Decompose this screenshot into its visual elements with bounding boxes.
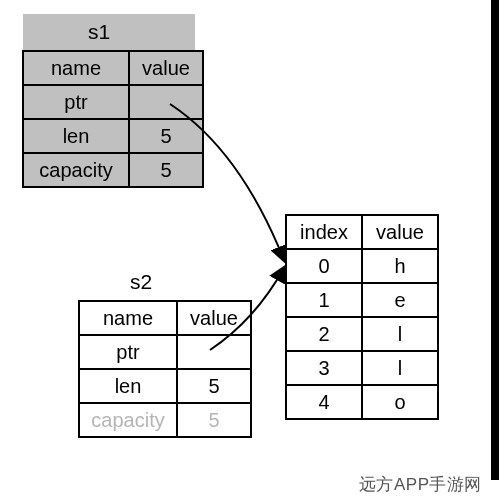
heap-idx-2: 2 (286, 317, 362, 351)
table-row: 3 l (286, 351, 438, 385)
frame-edge-right (491, 0, 499, 480)
table-row: len 5 (23, 119, 203, 153)
s1-table: name value ptr len 5 capacity 5 (22, 50, 204, 188)
s1-ptr-name: ptr (23, 85, 129, 119)
table-row: len 5 (79, 369, 251, 403)
s1-len-value: 5 (129, 119, 203, 153)
s2-header-row: name value (79, 301, 251, 335)
heap-idx-4: 4 (286, 385, 362, 419)
heap-val-1: e (362, 283, 438, 317)
heap-table: index value 0 h 1 e 2 l 3 l 4 o (285, 214, 439, 420)
s1-len-name: len (23, 119, 129, 153)
s1-title: s1 (88, 20, 110, 44)
heap-header-value: value (362, 215, 438, 249)
heap-header-index: index (286, 215, 362, 249)
table-row: capacity 5 (23, 153, 203, 187)
watermark-text: 远方APP手游网 (359, 473, 482, 496)
s1-header-row: name value (23, 51, 203, 85)
s2-cap-name: capacity (79, 403, 177, 437)
s2-len-value: 5 (177, 369, 251, 403)
s1-ptr-value (129, 85, 203, 119)
heap-header-row: index value (286, 215, 438, 249)
table-row: 4 o (286, 385, 438, 419)
heap-val-3: l (362, 351, 438, 385)
table-row: ptr (79, 335, 251, 369)
heap-idx-3: 3 (286, 351, 362, 385)
s1-header-name: name (23, 51, 129, 85)
s2-ptr-name: ptr (79, 335, 177, 369)
table-row: 2 l (286, 317, 438, 351)
s2-cap-value: 5 (177, 403, 251, 437)
s2-header-name: name (79, 301, 177, 335)
heap-idx-1: 1 (286, 283, 362, 317)
s1-cap-name: capacity (23, 153, 129, 187)
table-row: capacity 5 (79, 403, 251, 437)
table-row: 0 h (286, 249, 438, 283)
s2-len-name: len (79, 369, 177, 403)
s1-cap-value: 5 (129, 153, 203, 187)
heap-val-4: o (362, 385, 438, 419)
s2-table: name value ptr len 5 capacity 5 (78, 300, 252, 438)
table-row: ptr (23, 85, 203, 119)
s2-header-value: value (177, 301, 251, 335)
table-row: 1 e (286, 283, 438, 317)
heap-val-0: h (362, 249, 438, 283)
s2-title: s2 (130, 270, 152, 294)
heap-val-2: l (362, 317, 438, 351)
heap-idx-0: 0 (286, 249, 362, 283)
s2-ptr-value (177, 335, 251, 369)
s1-header-value: value (129, 51, 203, 85)
